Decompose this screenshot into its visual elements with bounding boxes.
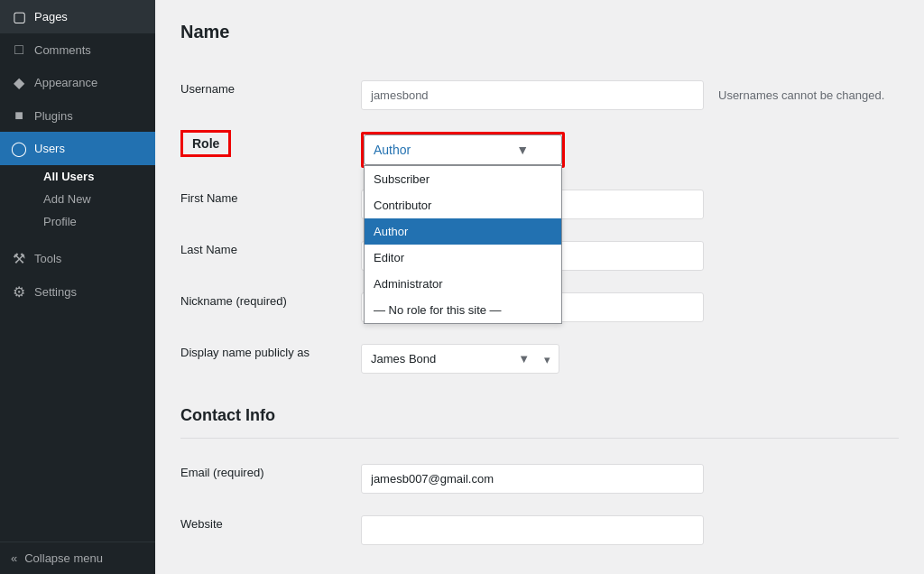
main-content: Name Username jamesbond Usernames cannot…: [155, 0, 924, 574]
sidebar-label-pages: Pages: [34, 10, 68, 23]
website-row: Website: [180, 505, 899, 556]
sidebar-item-plugins[interactable]: ■ Plugins: [0, 99, 155, 132]
sidebar-item-tools[interactable]: ⚒ Tools: [0, 242, 155, 275]
website-input-cell: [361, 505, 899, 556]
contact-section: Contact Info Email (required) Website: [180, 406, 899, 556]
sidebar-label-settings: Settings: [34, 285, 77, 299]
role-selected-value: Author: [374, 143, 411, 157]
contact-form-table: Email (required) Website: [180, 453, 899, 556]
role-option-contributor[interactable]: Contributor: [365, 192, 561, 218]
plugins-icon: ■: [11, 107, 27, 124]
sidebar-label-plugins: Plugins: [34, 109, 73, 123]
chevron-down-icon: ▼: [516, 143, 529, 157]
role-label: Role: [192, 136, 219, 151]
sidebar-item-pages[interactable]: ▢ Pages: [0, 0, 155, 33]
email-input-cell: [361, 453, 899, 505]
role-label-cell: Role: [180, 121, 361, 179]
role-option-editor[interactable]: Editor: [365, 245, 561, 271]
display-name-input-cell: James Bond ▼: [361, 333, 899, 384]
display-name-row: Display name publicly as James Bond ▼: [180, 333, 899, 384]
role-select-button[interactable]: Author ▼: [364, 134, 562, 165]
display-name-select-wrapper: James Bond ▼: [361, 344, 559, 374]
users-submenu: All Users Add New Profile: [0, 165, 155, 233]
sidebar-label-users: Users: [34, 142, 65, 155]
role-label-box: Role: [180, 130, 231, 157]
comments-icon: □: [11, 42, 27, 58]
username-row-content: jamesbond Usernames cannot be changed.: [361, 80, 899, 110]
nickname-label: Nickname (required): [180, 282, 361, 333]
pages-icon: ▢: [11, 8, 27, 25]
username-row: Username jamesbond Usernames cannot be c…: [180, 69, 899, 121]
website-label: Website: [180, 505, 361, 556]
sidebar-submenu-all-users[interactable]: All Users: [32, 165, 155, 188]
email-label: Email (required): [180, 453, 361, 505]
website-input[interactable]: [361, 515, 704, 545]
contact-divider: [180, 438, 899, 439]
username-display: jamesbond: [361, 80, 704, 110]
user-form-table: Username jamesbond Usernames cannot be c…: [180, 69, 899, 384]
display-name-label: Display name publicly as: [180, 333, 361, 384]
display-name-select[interactable]: James Bond ▼: [361, 344, 559, 374]
collapse-icon: «: [11, 551, 17, 565]
contact-section-title: Contact Info: [180, 406, 899, 432]
sidebar-label-comments: Comments: [34, 43, 91, 57]
collapse-label: Collapse menu: [24, 551, 103, 565]
role-input-cell: Author ▼ Subscriber Contributor Author: [361, 121, 899, 179]
role-option-subscriber[interactable]: Subscriber: [365, 166, 561, 192]
users-icon: ◯: [11, 140, 27, 157]
sidebar-submenu-profile[interactable]: Profile: [32, 210, 155, 233]
role-dropdown-menu: Subscriber Contributor Author Editor Adm: [364, 165, 562, 324]
appearance-icon: ◆: [11, 74, 27, 91]
username-label: Username: [180, 69, 361, 121]
sidebar-label-appearance: Appearance: [34, 76, 97, 89]
username-input-cell: jamesbond Usernames cannot be changed.: [361, 69, 899, 121]
sidebar: ▢ Pages □ Comments ◆ Appearance ■ Plugin…: [0, 0, 155, 574]
sidebar-label-tools: Tools: [34, 252, 61, 265]
section-name-title: Name: [180, 22, 899, 51]
settings-icon: ⚙: [11, 283, 27, 301]
sidebar-submenu-add-new[interactable]: Add New: [32, 188, 155, 210]
last-name-label: Last Name: [180, 230, 361, 282]
role-dropdown-wrapper: Author ▼ Subscriber Contributor Author: [361, 132, 565, 168]
email-row: Email (required): [180, 453, 899, 505]
sidebar-item-users[interactable]: ◯ Users: [0, 132, 155, 165]
email-input[interactable]: [361, 464, 704, 494]
sidebar-item-settings[interactable]: ⚙ Settings: [0, 275, 155, 309]
collapse-menu-button[interactable]: « Collapse menu: [0, 542, 155, 574]
role-option-no-role[interactable]: — No role for this site —: [365, 297, 561, 323]
role-row: Role Author ▼ Subscriber Contributor: [180, 121, 899, 179]
first-name-label: First Name: [180, 179, 361, 230]
role-option-author[interactable]: Author: [365, 218, 561, 245]
sidebar-item-appearance[interactable]: ◆ Appearance: [0, 66, 155, 99]
role-option-administrator[interactable]: Administrator: [365, 271, 561, 297]
sidebar-item-comments[interactable]: □ Comments: [0, 33, 155, 66]
tools-icon: ⚒: [11, 250, 27, 267]
display-name-chevron-icon: ▼: [518, 352, 530, 366]
display-name-value: James Bond: [371, 352, 436, 366]
username-note: Usernames cannot be changed.: [718, 88, 884, 102]
